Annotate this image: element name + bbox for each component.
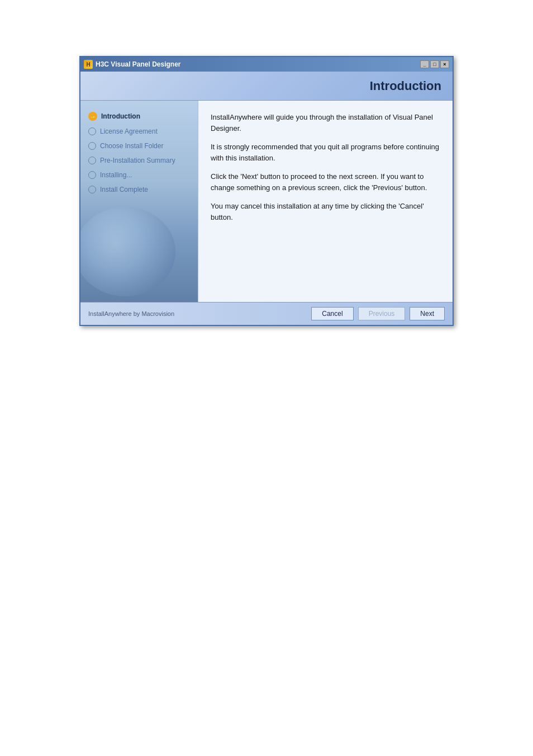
window-title: H3C Visual Panel Designer bbox=[96, 60, 181, 68]
minimize-button[interactable]: _ bbox=[420, 60, 429, 68]
content-para-3: Click the 'Next' button to proceed to th… bbox=[211, 171, 440, 193]
restore-button[interactable]: □ bbox=[430, 60, 439, 68]
step-license-agreement: License Agreement bbox=[88, 127, 190, 135]
step-introduction-label: Introduction bbox=[101, 112, 140, 120]
globe-decoration bbox=[80, 207, 175, 296]
footer-brand: InstallAnywhere by Macrovision bbox=[88, 310, 174, 317]
title-bar-left: H H3C Visual Panel Designer bbox=[84, 60, 181, 69]
next-button[interactable]: Next bbox=[410, 307, 445, 320]
step-install-complete-label: Install Complete bbox=[100, 186, 148, 193]
content-text: InstallAnywhere will guide you through t… bbox=[211, 112, 440, 223]
sidebar: Introduction License Agreement Choose In… bbox=[80, 101, 198, 302]
steps-list: Introduction License Agreement Choose In… bbox=[88, 112, 190, 193]
step-install-complete: Install Complete bbox=[88, 186, 190, 193]
step-installing: Installing... bbox=[88, 171, 190, 179]
step-pre-install-label: Pre-Installation Summary bbox=[100, 157, 175, 164]
inactive-step-icon bbox=[88, 157, 96, 164]
active-step-icon bbox=[88, 112, 97, 121]
previous-button[interactable]: Previous bbox=[358, 307, 406, 320]
inactive-step-icon bbox=[88, 186, 96, 193]
step-introduction: Introduction bbox=[88, 112, 190, 121]
footer: InstallAnywhere by Macrovision Cancel Pr… bbox=[80, 302, 453, 325]
step-choose-install-folder: Choose Install Folder bbox=[88, 142, 190, 150]
inactive-step-icon bbox=[88, 142, 96, 150]
step-pre-installation-summary: Pre-Installation Summary bbox=[88, 157, 190, 164]
header-banner: Introduction bbox=[80, 72, 453, 101]
close-button[interactable]: × bbox=[440, 60, 449, 68]
page-title: Introduction bbox=[370, 79, 441, 93]
app-icon: H bbox=[84, 60, 93, 69]
content-para-2: It is strongly recommended that you quit… bbox=[211, 141, 440, 163]
window-controls[interactable]: _ □ × bbox=[420, 60, 449, 68]
footer-buttons: Cancel Previous Next bbox=[311, 307, 445, 320]
step-installing-label: Installing... bbox=[100, 171, 132, 179]
inactive-step-icon bbox=[88, 171, 96, 179]
content-para-4: You may cancel this installation at any … bbox=[211, 201, 440, 223]
content-para-1: InstallAnywhere will guide you through t… bbox=[211, 112, 440, 134]
step-install-folder-label: Choose Install Folder bbox=[100, 142, 163, 150]
installer-window: H H3C Visual Panel Designer _ □ × Introd… bbox=[79, 56, 454, 326]
title-bar: H H3C Visual Panel Designer _ □ × bbox=[80, 57, 453, 72]
content-area: InstallAnywhere will guide you through t… bbox=[198, 101, 453, 302]
cancel-button[interactable]: Cancel bbox=[311, 307, 353, 320]
main-content: Introduction License Agreement Choose In… bbox=[80, 101, 453, 302]
step-license-label: License Agreement bbox=[100, 127, 158, 135]
inactive-step-icon bbox=[88, 127, 96, 135]
